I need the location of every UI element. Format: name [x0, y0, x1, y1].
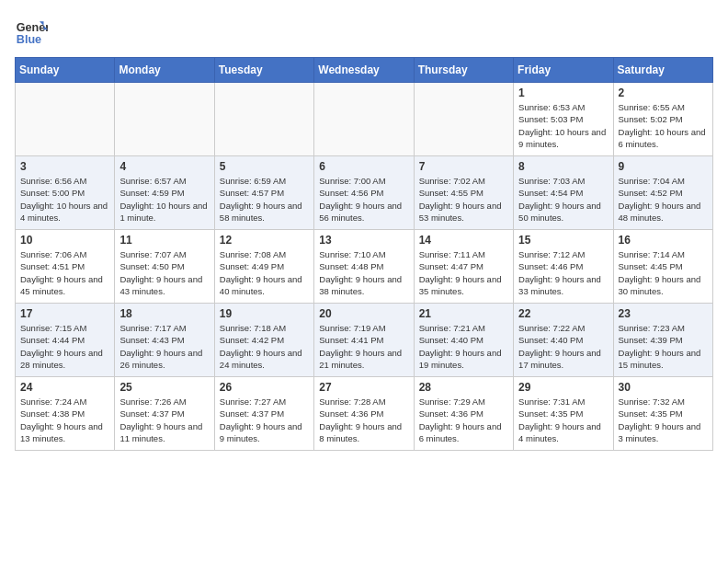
day-number: 26	[220, 381, 309, 394]
day-number: 9	[619, 160, 708, 173]
calendar-cell: 12Sunrise: 7:08 AM Sunset: 4:49 PM Dayli…	[214, 230, 313, 304]
calendar-cell	[115, 83, 214, 156]
logo: General Blue	[15, 15, 51, 48]
calendar-cell: 30Sunrise: 7:32 AM Sunset: 4:35 PM Dayli…	[613, 377, 712, 451]
calendar-cell: 1Sunrise: 6:53 AM Sunset: 5:03 PM Daylig…	[514, 83, 613, 156]
day-info: Sunrise: 7:23 AM Sunset: 4:39 PM Dayligh…	[619, 322, 708, 371]
day-number: 12	[220, 234, 309, 247]
day-number: 21	[419, 307, 508, 320]
day-number: 30	[619, 381, 708, 394]
day-info: Sunrise: 7:04 AM Sunset: 4:52 PM Dayligh…	[619, 175, 708, 224]
day-info: Sunrise: 7:08 AM Sunset: 4:49 PM Dayligh…	[220, 248, 309, 297]
day-number: 1	[518, 86, 608, 99]
calendar-cell	[16, 83, 115, 156]
calendar-cell: 22Sunrise: 7:22 AM Sunset: 4:40 PM Dayli…	[514, 304, 613, 377]
day-info: Sunrise: 7:12 AM Sunset: 4:46 PM Dayligh…	[518, 248, 608, 297]
day-number: 20	[319, 307, 408, 320]
day-number: 29	[518, 381, 608, 394]
day-number: 8	[518, 160, 608, 173]
day-info: Sunrise: 6:59 AM Sunset: 4:57 PM Dayligh…	[220, 175, 309, 224]
day-number: 13	[319, 234, 408, 247]
calendar-cell: 26Sunrise: 7:27 AM Sunset: 4:37 PM Dayli…	[214, 377, 313, 451]
calendar-cell: 13Sunrise: 7:10 AM Sunset: 4:48 PM Dayli…	[314, 230, 414, 304]
svg-text:Blue: Blue	[17, 33, 41, 46]
day-info: Sunrise: 7:06 AM Sunset: 4:51 PM Dayligh…	[20, 248, 109, 297]
day-info: Sunrise: 7:28 AM Sunset: 4:36 PM Dayligh…	[319, 396, 408, 444]
day-info: Sunrise: 7:15 AM Sunset: 4:44 PM Dayligh…	[20, 322, 109, 371]
day-info: Sunrise: 7:21 AM Sunset: 4:40 PM Dayligh…	[419, 322, 508, 371]
calendar-week-3: 10Sunrise: 7:06 AM Sunset: 4:51 PM Dayli…	[16, 230, 713, 304]
col-header-wednesday: Wednesday	[314, 58, 414, 83]
day-number: 16	[619, 234, 708, 247]
calendar-week-1: 1Sunrise: 6:53 AM Sunset: 5:03 PM Daylig…	[16, 83, 713, 156]
calendar-cell	[414, 83, 513, 156]
calendar-cell: 3Sunrise: 6:56 AM Sunset: 5:00 PM Daylig…	[16, 156, 115, 230]
day-info: Sunrise: 7:11 AM Sunset: 4:47 PM Dayligh…	[419, 248, 508, 297]
calendar-week-4: 17Sunrise: 7:15 AM Sunset: 4:44 PM Dayli…	[16, 304, 713, 377]
calendar-cell: 18Sunrise: 7:17 AM Sunset: 4:43 PM Dayli…	[115, 304, 214, 377]
day-number: 7	[419, 160, 508, 173]
col-header-thursday: Thursday	[414, 58, 513, 83]
day-info: Sunrise: 7:24 AM Sunset: 4:38 PM Dayligh…	[20, 396, 109, 444]
day-info: Sunrise: 7:18 AM Sunset: 4:42 PM Dayligh…	[220, 322, 309, 371]
calendar-cell: 21Sunrise: 7:21 AM Sunset: 4:40 PM Dayli…	[414, 304, 513, 377]
day-info: Sunrise: 7:10 AM Sunset: 4:48 PM Dayligh…	[319, 248, 408, 297]
day-info: Sunrise: 6:55 AM Sunset: 5:02 PM Dayligh…	[619, 101, 708, 150]
day-number: 23	[619, 307, 708, 320]
day-info: Sunrise: 7:26 AM Sunset: 4:37 PM Dayligh…	[119, 396, 209, 444]
calendar-cell	[314, 83, 414, 156]
calendar-cell: 7Sunrise: 7:02 AM Sunset: 4:55 PM Daylig…	[414, 156, 513, 230]
col-header-friday: Friday	[514, 58, 613, 83]
day-info: Sunrise: 7:31 AM Sunset: 4:35 PM Dayligh…	[518, 396, 608, 444]
calendar-cell: 8Sunrise: 7:03 AM Sunset: 4:54 PM Daylig…	[514, 156, 613, 230]
calendar-cell: 4Sunrise: 6:57 AM Sunset: 4:59 PM Daylig…	[115, 156, 214, 230]
calendar-cell: 23Sunrise: 7:23 AM Sunset: 4:39 PM Dayli…	[613, 304, 712, 377]
day-info: Sunrise: 6:53 AM Sunset: 5:03 PM Dayligh…	[518, 101, 608, 150]
day-number: 6	[319, 160, 408, 173]
day-number: 11	[119, 234, 209, 247]
col-header-sunday: Sunday	[16, 58, 115, 83]
calendar-cell: 5Sunrise: 6:59 AM Sunset: 4:57 PM Daylig…	[214, 156, 313, 230]
calendar-table: SundayMondayTuesdayWednesdayThursdayFrid…	[15, 57, 713, 451]
calendar-cell: 15Sunrise: 7:12 AM Sunset: 4:46 PM Dayli…	[514, 230, 613, 304]
header: General Blue	[15, 15, 713, 48]
col-header-monday: Monday	[115, 58, 214, 83]
calendar-cell: 10Sunrise: 7:06 AM Sunset: 4:51 PM Dayli…	[16, 230, 115, 304]
calendar-cell: 19Sunrise: 7:18 AM Sunset: 4:42 PM Dayli…	[214, 304, 313, 377]
day-info: Sunrise: 7:14 AM Sunset: 4:45 PM Dayligh…	[619, 248, 708, 297]
day-info: Sunrise: 7:32 AM Sunset: 4:35 PM Dayligh…	[619, 396, 708, 444]
calendar-cell: 9Sunrise: 7:04 AM Sunset: 4:52 PM Daylig…	[613, 156, 712, 230]
calendar-cell: 20Sunrise: 7:19 AM Sunset: 4:41 PM Dayli…	[314, 304, 414, 377]
day-info: Sunrise: 7:02 AM Sunset: 4:55 PM Dayligh…	[419, 175, 508, 224]
day-number: 14	[419, 234, 508, 247]
calendar-week-2: 3Sunrise: 6:56 AM Sunset: 5:00 PM Daylig…	[16, 156, 713, 230]
logo-icon: General Blue	[15, 15, 48, 48]
day-info: Sunrise: 7:22 AM Sunset: 4:40 PM Dayligh…	[518, 322, 608, 371]
day-number: 28	[419, 381, 508, 394]
calendar-cell: 16Sunrise: 7:14 AM Sunset: 4:45 PM Dayli…	[613, 230, 712, 304]
day-number: 18	[119, 307, 209, 320]
day-number: 4	[119, 160, 209, 173]
calendar-header-row: SundayMondayTuesdayWednesdayThursdayFrid…	[16, 58, 713, 83]
day-number: 19	[220, 307, 309, 320]
day-info: Sunrise: 7:27 AM Sunset: 4:37 PM Dayligh…	[220, 396, 309, 444]
calendar-week-5: 24Sunrise: 7:24 AM Sunset: 4:38 PM Dayli…	[16, 377, 713, 451]
calendar-cell: 28Sunrise: 7:29 AM Sunset: 4:36 PM Dayli…	[414, 377, 513, 451]
day-number: 17	[20, 307, 109, 320]
day-number: 27	[319, 381, 408, 394]
day-number: 25	[119, 381, 209, 394]
day-number: 2	[619, 86, 708, 99]
calendar-cell: 24Sunrise: 7:24 AM Sunset: 4:38 PM Dayli…	[16, 377, 115, 451]
day-info: Sunrise: 6:56 AM Sunset: 5:00 PM Dayligh…	[20, 175, 109, 224]
day-info: Sunrise: 7:19 AM Sunset: 4:41 PM Dayligh…	[319, 322, 408, 371]
col-header-saturday: Saturday	[613, 58, 712, 83]
calendar-cell: 17Sunrise: 7:15 AM Sunset: 4:44 PM Dayli…	[16, 304, 115, 377]
calendar-body: 1Sunrise: 6:53 AM Sunset: 5:03 PM Daylig…	[16, 83, 713, 451]
day-info: Sunrise: 7:00 AM Sunset: 4:56 PM Dayligh…	[319, 175, 408, 224]
calendar-cell	[214, 83, 313, 156]
day-number: 15	[518, 234, 608, 247]
day-number: 3	[20, 160, 109, 173]
calendar-cell: 29Sunrise: 7:31 AM Sunset: 4:35 PM Dayli…	[514, 377, 613, 451]
day-info: Sunrise: 6:57 AM Sunset: 4:59 PM Dayligh…	[119, 175, 209, 224]
calendar-cell: 14Sunrise: 7:11 AM Sunset: 4:47 PM Dayli…	[414, 230, 513, 304]
